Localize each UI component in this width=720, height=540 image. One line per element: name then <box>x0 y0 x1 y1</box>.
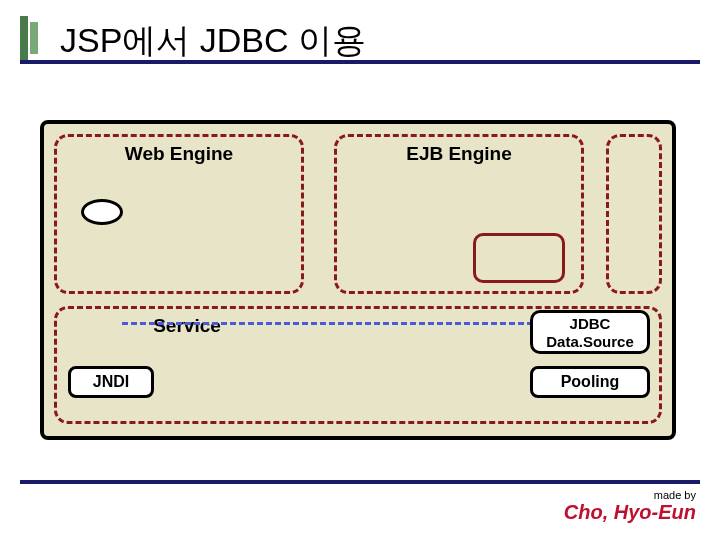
pooling-box: Pooling <box>530 366 650 398</box>
web-engine-label: Web Engine <box>57 143 301 165</box>
jdbc-label-line1: JDBC <box>533 315 647 333</box>
ejb-engine-label: EJB Engine <box>337 143 581 165</box>
jdbc-datasource-box: JDBC Data.Source <box>530 310 650 354</box>
connector-line <box>122 322 560 325</box>
title-underline <box>20 60 700 64</box>
architecture-container: Web Engine EJB Engine Service JDBC Data.… <box>40 120 676 440</box>
credit-made-by: made by <box>564 489 696 501</box>
page-title: JSP에서 JDBC 이용 <box>60 18 366 64</box>
title-bullet-icon <box>20 16 46 60</box>
ejb-engine-box: EJB Engine <box>334 134 584 294</box>
jdbc-label-line2: Data.Source <box>533 333 647 351</box>
right-panel-box <box>606 134 662 294</box>
footer-underline <box>20 480 700 484</box>
ring-icon <box>81 199 123 225</box>
jndi-box: JNDI <box>68 366 154 398</box>
credit-block: made by Cho, Hyo-Eun <box>564 489 696 524</box>
ejb-inner-box <box>473 233 565 283</box>
web-engine-box: Web Engine <box>54 134 304 294</box>
service-label: Service <box>57 315 317 337</box>
credit-author: Cho, Hyo-Eun <box>564 501 696 524</box>
